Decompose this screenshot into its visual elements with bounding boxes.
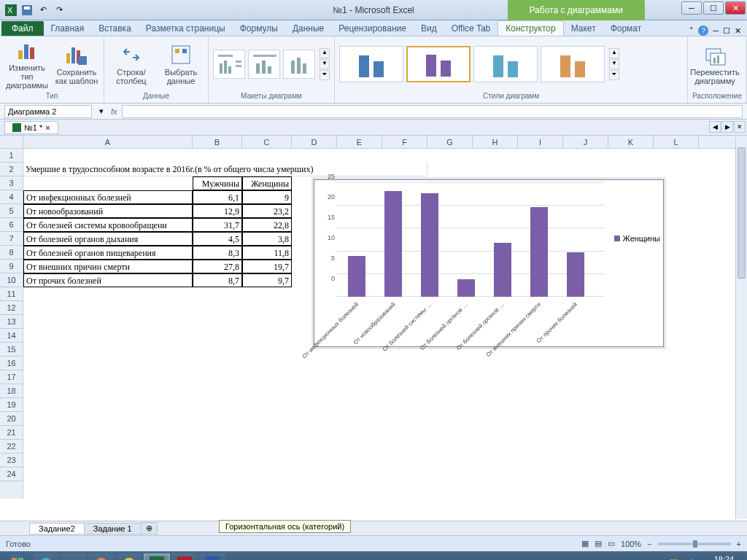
row-header[interactable]: 14 xyxy=(0,329,23,343)
view-layout-icon[interactable]: ▤ xyxy=(595,539,602,548)
start-button[interactable] xyxy=(3,553,32,560)
col-header[interactable]: D xyxy=(292,136,337,148)
tb-explorer-icon[interactable] xyxy=(61,553,87,560)
style-1[interactable] xyxy=(339,46,403,82)
row-header[interactable]: 16 xyxy=(0,357,23,370)
cell[interactable]: 22,8 xyxy=(242,218,292,232)
tb-word-icon[interactable]: W xyxy=(199,553,225,560)
row-header[interactable]: 4 xyxy=(0,190,23,204)
name-box-dropdown[interactable]: ▾ xyxy=(96,106,107,116)
cell[interactable]: Мужчины xyxy=(193,176,242,190)
doc-nav-close[interactable]: ✕ xyxy=(734,121,746,133)
tab-review[interactable]: Рецензирование xyxy=(331,21,414,36)
style-3[interactable] xyxy=(473,46,538,82)
row-header[interactable]: 18 xyxy=(0,384,23,398)
cell[interactable]: Женщины xyxy=(242,176,292,190)
row-header[interactable]: 1 xyxy=(0,149,23,163)
vertical-scrollbar[interactable] xyxy=(735,137,747,519)
zoom-level[interactable]: 100% xyxy=(621,540,641,548)
row-header[interactable]: 21 xyxy=(0,426,23,440)
layout-2[interactable] xyxy=(248,50,280,79)
col-header[interactable]: C xyxy=(242,136,292,148)
cell[interactable]: 8,7 xyxy=(193,273,242,287)
save-icon[interactable] xyxy=(20,4,34,17)
tab-home[interactable]: Главная xyxy=(44,21,92,36)
tab-view[interactable]: Вид xyxy=(414,21,444,36)
view-normal-icon[interactable]: ▦ xyxy=(581,539,589,548)
row-header[interactable]: 10 xyxy=(0,273,23,287)
zoom-slider[interactable] xyxy=(658,542,731,545)
document-tab[interactable]: №1 * × xyxy=(4,121,58,134)
chart1-plot[interactable] xyxy=(336,183,605,297)
cell[interactable]: От прочих болезней xyxy=(23,273,193,287)
chart1-legend[interactable]: Женщины xyxy=(614,233,660,244)
style-more[interactable]: ⏷ xyxy=(609,70,619,80)
sheet-tab-2[interactable]: Задание 1 xyxy=(84,523,142,534)
select-data-button[interactable]: Выбрать данные xyxy=(158,43,204,85)
workbook-close-icon[interactable]: ✕ xyxy=(735,26,741,36)
col-header[interactable]: G xyxy=(427,136,473,148)
workbook-restore-icon[interactable]: ☐ xyxy=(723,26,730,36)
col-header[interactable]: K xyxy=(608,136,654,148)
cell[interactable]: От болезней органов дыхания xyxy=(23,232,193,246)
cell[interactable]: От инфекционных болезней xyxy=(23,190,193,204)
redo-icon[interactable]: ↷ xyxy=(53,4,66,17)
layout-scroll-down[interactable]: ▼ xyxy=(320,59,330,69)
tab-data[interactable]: Данные xyxy=(285,21,331,36)
tb-chrome-icon[interactable] xyxy=(116,553,142,560)
row-header[interactable]: 17 xyxy=(0,370,23,384)
cell[interactable]: 11,8 xyxy=(242,246,292,260)
layout-3[interactable] xyxy=(283,50,315,79)
cell[interactable]: От болезней системы кровообращени xyxy=(23,218,193,232)
chart1-x-axis[interactable]: От инфекционных болезнейОт новообразован… xyxy=(336,297,605,346)
col-header[interactable]: J xyxy=(563,136,608,148)
zoom-in[interactable]: + xyxy=(737,540,741,548)
cell[interactable]: 23,2 xyxy=(242,204,292,218)
name-box[interactable] xyxy=(4,105,92,118)
zoom-out[interactable]: − xyxy=(647,540,651,548)
tab-insert[interactable]: Вставка xyxy=(91,21,139,36)
fx-label[interactable]: fx xyxy=(107,107,122,116)
tb-access-icon[interactable]: A xyxy=(171,553,198,560)
layout-more[interactable]: ⏷ xyxy=(320,70,330,80)
workbook-min-icon[interactable]: ─ xyxy=(713,26,719,35)
col-header[interactable]: I xyxy=(518,136,563,148)
cell[interactable]: 9 xyxy=(242,190,292,204)
layout-1[interactable] xyxy=(213,50,245,79)
cell[interactable]: Умершие в трудоспособном возрасте в 2016… xyxy=(23,163,427,176)
cell[interactable]: 9,7 xyxy=(242,273,292,287)
style-2[interactable] xyxy=(406,46,471,82)
save-template-button[interactable]: Сохранить как шаблон xyxy=(54,43,99,85)
maximize-button[interactable]: ☐ xyxy=(703,1,724,15)
row-header[interactable]: 13 xyxy=(0,315,23,329)
undo-icon[interactable]: ↶ xyxy=(36,4,50,17)
switch-row-col-button[interactable]: Строка/столбец xyxy=(109,43,154,85)
tab-format[interactable]: Формат xyxy=(603,21,649,36)
worksheet[interactable]: A B C D E F G H I J K L 1234567891011121… xyxy=(0,136,747,521)
view-pagebreak-icon[interactable]: ▭ xyxy=(608,539,615,548)
row-header[interactable]: 24 xyxy=(0,467,23,481)
close-button[interactable]: ✕ xyxy=(725,1,746,15)
tab-design[interactable]: Конструктор xyxy=(498,20,563,36)
cell[interactable]: От болезней органов пищеварения xyxy=(23,246,193,260)
row-header[interactable]: 19 xyxy=(0,398,23,412)
row-header[interactable]: 6 xyxy=(0,218,23,232)
row-header[interactable]: 7 xyxy=(0,232,23,246)
style-4[interactable] xyxy=(541,46,605,82)
col-header[interactable]: E xyxy=(337,136,382,148)
tb-excel-icon[interactable]: X xyxy=(144,553,170,560)
style-scroll-down[interactable]: ▼ xyxy=(609,59,619,69)
layout-scroll-up[interactable]: ▲ xyxy=(320,48,330,58)
row-header[interactable]: 23 xyxy=(0,454,23,467)
tab-layout[interactable]: Макет xyxy=(564,21,603,36)
row-header[interactable]: 3 xyxy=(0,176,23,190)
cell[interactable]: 12,9 xyxy=(193,204,242,218)
col-header[interactable]: F xyxy=(382,136,427,148)
doc-nav-right[interactable]: ▶ xyxy=(721,121,733,133)
cell[interactable]: 8,3 xyxy=(193,246,242,260)
sheet-tab-1[interactable]: Задание2 xyxy=(29,523,85,534)
select-all-corner[interactable] xyxy=(0,136,23,148)
embedded-chart-women[interactable]: 0 5 10 15 20 25 Женщины От инфекционных … xyxy=(314,179,664,347)
cell[interactable]: 19,7 xyxy=(242,260,292,273)
cell[interactable]: От новообразований xyxy=(23,204,193,218)
